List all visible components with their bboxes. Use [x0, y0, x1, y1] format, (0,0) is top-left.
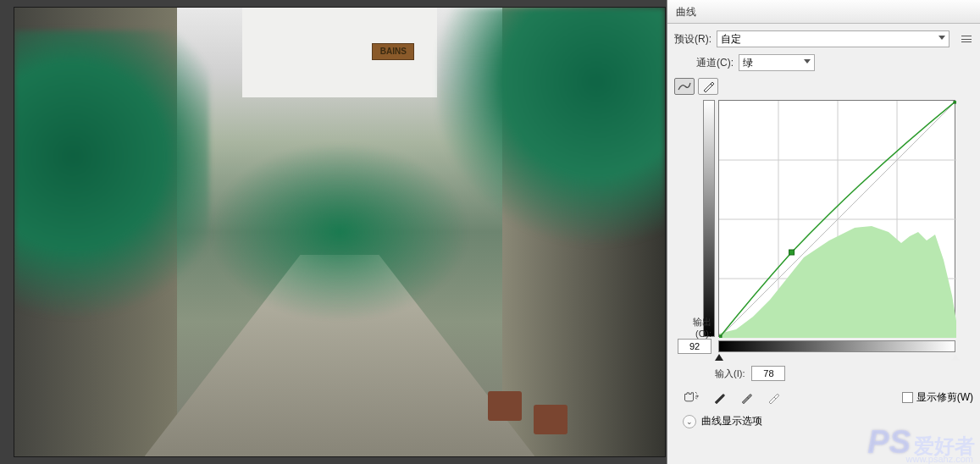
dialog-title: 曲线	[667, 0, 980, 24]
chevron-down-icon	[938, 36, 945, 40]
street-sign: BAINS	[372, 43, 414, 60]
curve-icon	[678, 81, 691, 91]
black-point-slider[interactable]	[715, 354, 723, 361]
curve-point-shadow[interactable]	[719, 335, 722, 338]
target-adjust-button[interactable]	[683, 389, 700, 406]
pencil-mode-button[interactable]	[698, 78, 718, 95]
chevron-down-icon	[804, 59, 811, 64]
document-canvas[interactable]: BAINS	[14, 7, 666, 457]
curves-dialog: 曲线 预设(R): 自定 通道(C): 绿	[667, 0, 980, 464]
edited-image: BAINS	[14, 8, 665, 456]
output-gradient	[703, 100, 715, 337]
histogram	[719, 226, 956, 338]
preset-value: 自定	[721, 32, 741, 47]
input-label: 输入(I):	[715, 367, 745, 380]
pencil-icon	[702, 80, 714, 92]
channel-label: 通道(C):	[696, 56, 734, 70]
display-options-label: 曲线显示选项	[701, 414, 762, 428]
input-field[interactable]	[751, 366, 785, 381]
output-field[interactable]	[678, 339, 711, 354]
white-eyedropper[interactable]	[766, 390, 781, 406]
curve-mode-button[interactable]	[674, 78, 695, 95]
preset-label: 预设(R):	[674, 32, 711, 47]
channel-value: 绿	[743, 56, 753, 70]
gray-eyedropper[interactable]	[739, 390, 754, 406]
preset-menu-button[interactable]	[960, 32, 973, 46]
input-gradient	[718, 340, 955, 352]
preset-select[interactable]: 自定	[717, 30, 950, 47]
curve-point-mid[interactable]	[789, 250, 795, 255]
channel-select[interactable]: 绿	[739, 54, 815, 71]
watermark-url: www.psahz.com	[906, 454, 973, 464]
white-point-slider[interactable]	[951, 354, 960, 361]
curve-point-highlight[interactable]	[954, 101, 956, 103]
black-eyedropper[interactable]	[711, 390, 727, 406]
output-label: 输出(O):	[678, 316, 715, 339]
show-clipping-label: 显示修剪(W)	[916, 390, 973, 405]
show-clipping-checkbox[interactable]	[902, 392, 913, 403]
curves-graph[interactable]	[718, 100, 955, 337]
expand-options-button[interactable]: ⌄	[683, 415, 696, 428]
